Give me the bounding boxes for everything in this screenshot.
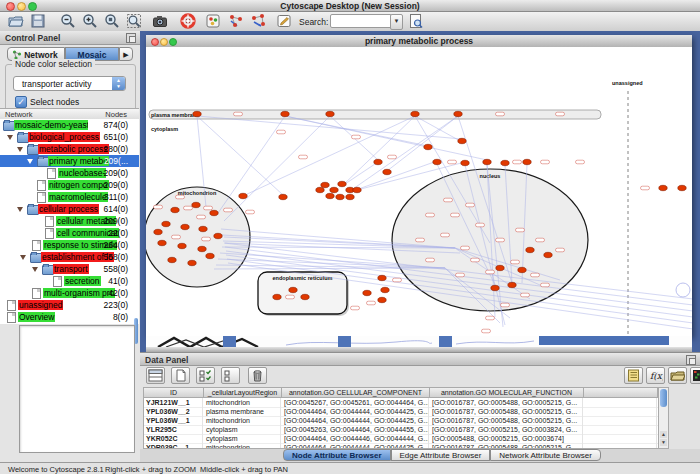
expand-arrow-icon[interactable] — [20, 255, 26, 260]
tree-row[interactable]: primary metabo209(... — [0, 155, 139, 167]
network-node[interactable] — [316, 187, 324, 192]
network-node[interactable] — [168, 257, 176, 262]
tree-row[interactable]: cellular process614(0) — [0, 203, 139, 215]
network-node[interactable] — [326, 193, 334, 198]
bottom-tab[interactable]: Node Attribute Browser — [283, 449, 391, 461]
table-cell[interactable]: YPL036W__1 — [144, 416, 203, 425]
table-cell[interactable]: [GO:0045263, GO:0044464, GO:0044455, G..… — [282, 425, 429, 434]
network-node[interactable] — [491, 285, 499, 290]
network-node[interactable] — [523, 159, 531, 164]
table-header-cell[interactable]: _cellularLayoutRegion — [204, 388, 282, 398]
network-node[interactable] — [544, 252, 552, 257]
open-file-icon[interactable] — [8, 13, 26, 29]
network-node[interactable] — [289, 287, 297, 292]
tree-row[interactable]: multi-organism pro42(0) — [0, 287, 139, 299]
table-cell[interactable]: [GO:0005488, GO:0005215, GO:0003674] — [430, 434, 583, 443]
expand-arrow-icon[interactable] — [7, 135, 13, 140]
network-node[interactable] — [433, 159, 441, 164]
tree-row[interactable]: response to stimulu264(0) — [0, 239, 139, 251]
table-header-cell[interactable]: annotation.GO MOLECULAR_FUNCTION — [430, 388, 584, 398]
scroll-down-icon[interactable]: ▼ — [660, 439, 667, 446]
network-node[interactable] — [198, 246, 206, 251]
window-titlebar[interactable]: Cytoscape Desktop (New Session) — [0, 0, 700, 12]
bottom-tab[interactable]: Network Attribute Browser — [490, 449, 600, 461]
network-node[interactable] — [483, 159, 491, 164]
table-header-cell[interactable] — [584, 388, 658, 398]
tree-row[interactable]: transport558(0) — [0, 263, 139, 275]
network-canvas[interactable]: plasma membranecytoplasmmitochondrionnuc… — [146, 47, 692, 336]
table-cell[interactable]: mitochondrion — [204, 416, 281, 425]
network-node[interactable] — [181, 224, 189, 229]
region-mitochondrion[interactable] — [146, 187, 250, 287]
network-node[interactable] — [239, 193, 247, 198]
search-dropdown-icon[interactable]: ▼ — [390, 14, 403, 30]
table-cell[interactable] — [584, 425, 657, 434]
network-node[interactable] — [383, 169, 391, 174]
network-node[interactable] — [496, 265, 504, 270]
tree-row[interactable]: biological_process651(0) — [0, 131, 139, 143]
birds-eye-view[interactable] — [19, 325, 135, 453]
network-node[interactable] — [501, 160, 509, 165]
network-node[interactable] — [378, 297, 386, 302]
help-lifering-icon[interactable] — [180, 13, 198, 29]
network-node[interactable] — [461, 160, 469, 165]
vizmapper-icon[interactable] — [205, 13, 223, 29]
network-edge[interactable] — [197, 116, 462, 139]
network-node[interactable] — [346, 194, 354, 199]
table-cell[interactable]: mitochondrion — [204, 398, 281, 407]
network-node[interactable] — [363, 290, 371, 295]
table-cell[interactable]: [GO:0016787, GO:0005488, GO:0005215, G..… — [430, 407, 583, 416]
network-node[interactable] — [281, 111, 289, 116]
tree-row[interactable]: cellular metabo209(0) — [0, 215, 139, 227]
network-node[interactable] — [378, 275, 386, 280]
network-node[interactable] — [508, 282, 516, 287]
tree-row[interactable]: mosaic-demo-yeast874(0) — [0, 119, 139, 131]
select-attributes-icon[interactable] — [196, 367, 215, 384]
network-node[interactable] — [659, 185, 667, 190]
network-node[interactable] — [330, 187, 338, 192]
network-node[interactable] — [678, 185, 686, 190]
float-panel-icon[interactable] — [126, 33, 136, 43]
tree-row[interactable]: unassigned223(0) — [0, 299, 139, 311]
bottom-tab[interactable]: Edge Attribute Browser — [391, 449, 491, 461]
scroll-up-icon[interactable]: ▲ — [660, 431, 667, 438]
table-scrollbar-thumb[interactable] — [660, 389, 667, 407]
network-node[interactable] — [279, 194, 287, 199]
network-node[interactable] — [458, 138, 466, 143]
tree-row[interactable]: cell communicat22(0) — [0, 227, 139, 239]
tree-row[interactable]: Overview8(0) — [0, 311, 139, 323]
snapshot-camera-icon[interactable] — [152, 13, 170, 29]
table-cell[interactable]: YKR052C — [144, 434, 203, 443]
network-node[interactable] — [326, 111, 334, 116]
network-node[interactable] — [336, 194, 344, 199]
select-nodes-checkbox[interactable]: ✓ — [15, 96, 27, 108]
import-attributes-icon[interactable] — [668, 367, 687, 384]
table-cell[interactable]: [GO:0044464, GO:0044444, GO:0044425, G..… — [282, 416, 429, 425]
table-cell[interactable]: cytoplasm — [204, 425, 281, 434]
network-node[interactable] — [273, 294, 281, 299]
network-node[interactable] — [381, 287, 389, 292]
zoom-fit-icon[interactable] — [126, 13, 144, 29]
table-cell[interactable]: [GO:0016787, GO:0005488, GO:0005215, G..… — [430, 416, 583, 425]
node-color-dropdown[interactable]: transporter activity ▲▼ — [13, 76, 126, 91]
table-cell[interactable] — [584, 398, 657, 407]
network-node[interactable] — [411, 111, 419, 116]
network-node[interactable] — [178, 243, 186, 248]
tree-row[interactable]: nitrogen compo209(0) — [0, 179, 139, 191]
network-node[interactable] — [374, 159, 382, 164]
table-cell[interactable]: [GO:0016787, GO:0005488, GO:0005215, G..… — [430, 398, 583, 407]
unselect-attributes-icon[interactable] — [221, 367, 240, 384]
attribute-list-icon[interactable] — [624, 367, 643, 384]
expand-arrow-icon[interactable] — [27, 159, 33, 164]
network-node[interactable] — [454, 111, 462, 116]
expand-arrow-icon[interactable] — [17, 207, 23, 212]
network-node[interactable] — [206, 253, 214, 258]
network-node[interactable] — [158, 240, 166, 245]
float-data-panel-icon[interactable] — [686, 355, 696, 365]
search-options-icon[interactable] — [408, 13, 426, 29]
network-node[interactable] — [353, 187, 361, 192]
network-edge[interactable] — [342, 162, 378, 186]
expand-arrow-icon[interactable] — [17, 147, 23, 152]
attribute-table-icon[interactable] — [146, 367, 165, 384]
table-header-cell[interactable]: ID — [144, 388, 204, 398]
